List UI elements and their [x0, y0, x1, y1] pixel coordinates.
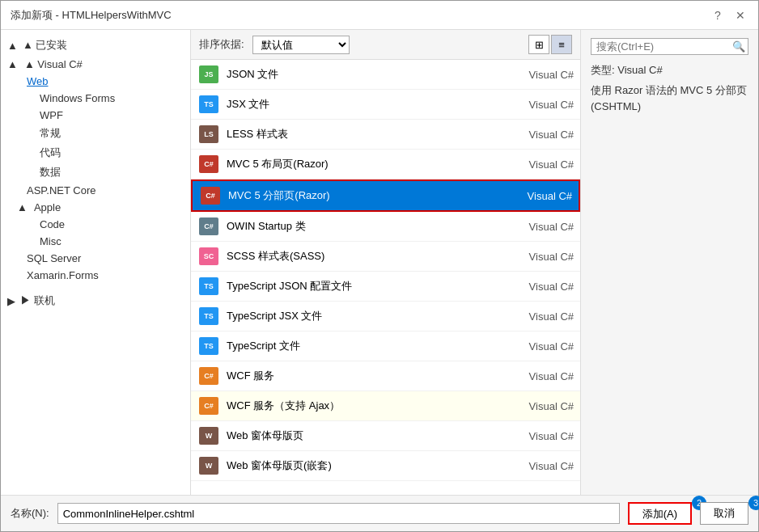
item-icon: LS — [197, 123, 220, 146]
apple-code-node[interactable]: Code — [1, 216, 190, 233]
wpf-label: WPF — [40, 109, 63, 121]
item-name: TypeScript 文件 — [227, 339, 509, 353]
sort-label: 排序依据: — [199, 37, 244, 52]
list-item[interactable]: C# MVC 5 分部页(Razor) Visual C# — [191, 179, 580, 212]
list-item[interactable]: TS JSX 文件 Visual C# — [191, 90, 580, 120]
asp-net-core-node[interactable]: ASP.NET Core — [1, 182, 190, 199]
grid-view-button[interactable]: ⊞ — [528, 35, 549, 54]
list-item[interactable]: SC SCSS 样式表(SASS) Visual C# — [191, 242, 580, 272]
sql-label: SQL Server — [27, 252, 81, 264]
list-item[interactable]: TS TypeScript JSON 配置文件 Visual C# — [191, 272, 580, 302]
sort-select[interactable]: 默认值 — [252, 36, 350, 54]
right-panel: 🔍 类型: Visual C# 使用 Razor 语法的 MVC 5 分部页 (… — [580, 30, 758, 495]
toolbar: 排序依据: 默认值 ⊞ ≡ — [191, 30, 580, 60]
visual-csharp-node[interactable]: ▲ ▲ Visual C# — [1, 56, 190, 73]
item-icon: C# — [197, 215, 220, 238]
networking-label: ▶ 联机 — [20, 293, 55, 308]
list-item[interactable]: C# OWIN Startup 类 Visual C# — [191, 212, 580, 242]
installed-header[interactable]: ▲ ▲ 已安装 — [1, 35, 190, 56]
vcsharp-arrow: ▲ — [7, 58, 18, 70]
item-name: WCF 服务 — [227, 369, 509, 383]
installed-label: ▲ 已安装 — [23, 38, 67, 53]
item-icon: W — [197, 454, 220, 477]
apple-arrow: ▲ — [17, 201, 28, 213]
data-label: 数据 — [40, 166, 61, 178]
item-name: MVC 5 分部页(Razor) — [228, 188, 507, 203]
search-icon: 🔍 — [732, 40, 745, 53]
code-label: 代码 — [40, 146, 61, 158]
help-button[interactable]: ? — [710, 7, 726, 23]
cancel-button[interactable]: 取消 — [700, 502, 748, 525]
item-type: Visual C# — [507, 190, 572, 202]
list-item[interactable]: LS LESS 样式表 Visual C# — [191, 120, 580, 150]
list-item[interactable]: JS JSON 文件 Visual C# — [191, 60, 580, 90]
items-list: JS JSON 文件 Visual C# TS JSX 文件 Visual C#… — [191, 60, 580, 495]
item-icon: W — [197, 424, 220, 447]
middle-panel: 排序依据: 默认值 ⊞ ≡ JS JSON 文件 Visual C# TS JS… — [191, 30, 580, 495]
list-item[interactable]: W Web 窗体母版页 Visual C# — [191, 421, 580, 451]
item-type: Visual C# — [509, 251, 574, 263]
item-name: TypeScript JSX 文件 — [227, 309, 509, 323]
windows-forms-node[interactable]: Windows Forms — [1, 90, 190, 107]
list-item[interactable]: TS TypeScript JSX 文件 Visual C# — [191, 302, 580, 331]
item-type: Visual C# — [509, 69, 574, 81]
dialog-title: 添加新项 - HTMLHelpersWithMVC — [11, 8, 172, 23]
installed-arrow: ▲ — [7, 40, 18, 52]
item-type: Visual C# — [509, 430, 574, 442]
item-name: JSX 文件 — [227, 97, 509, 112]
item-type: Visual C# — [509, 370, 574, 382]
xamarin-forms-node[interactable]: Xamarin.Forms — [1, 267, 190, 284]
description: 使用 Razor 语法的 MVC 5 分部页 (CSHTML) — [591, 82, 748, 114]
sql-server-node[interactable]: SQL Server — [1, 250, 190, 267]
item-type: Visual C# — [509, 281, 574, 293]
web-label: Web — [27, 75, 49, 87]
item-name: TypeScript JSON 配置文件 — [227, 279, 509, 293]
item-name: Web 窗体母版页(嵌套) — [227, 458, 509, 473]
common-node[interactable]: 常规 — [1, 124, 190, 143]
list-item[interactable]: C# WCF 服务 Visual C# — [191, 361, 580, 391]
item-type: Visual C# — [509, 221, 574, 233]
search-input[interactable] — [596, 40, 732, 53]
dialog: 添加新项 - HTMLHelpersWithMVC ? ✕ ▲ ▲ 已安装 ▲ … — [0, 0, 759, 532]
list-item[interactable]: C# MVC 5 布局页(Razor) Visual C# — [191, 150, 580, 179]
bottom-bar: 名称(N): 添加(A) 2 取消 3 — [1, 495, 758, 531]
asp-label: ASP.NET Core — [27, 184, 96, 196]
close-button[interactable]: ✕ — [732, 7, 748, 23]
search-box: 🔍 — [591, 38, 748, 55]
item-icon: TS — [197, 275, 220, 298]
windows-forms-label: Windows Forms — [40, 92, 115, 104]
networking-header[interactable]: ▶ ▶ 联机 — [1, 290, 190, 311]
left-panel: ▲ ▲ 已安装 ▲ ▲ Visual C# Web Windows Forms … — [1, 30, 191, 495]
apple-node[interactable]: ▲ Apple — [1, 199, 190, 216]
list-view-button[interactable]: ≡ — [551, 35, 572, 54]
item-type: Visual C# — [509, 158, 574, 171]
apple-misc-node[interactable]: Misc — [1, 233, 190, 250]
name-label: 名称(N): — [11, 506, 49, 521]
list-item[interactable]: TS TypeScript 文件 Visual C# — [191, 331, 580, 361]
name-input[interactable] — [57, 503, 620, 524]
cancel-button-wrapper: 取消 3 — [700, 502, 748, 525]
item-icon: C# — [197, 395, 220, 417]
code-node[interactable]: 代码 — [1, 143, 190, 163]
vcsharp-label: ▲ Visual C# — [24, 58, 83, 70]
item-type: Visual C# — [509, 99, 574, 111]
item-name: JSON 文件 — [227, 67, 509, 82]
add-button[interactable]: 添加(A) — [628, 502, 692, 525]
xamarin-label: Xamarin.Forms — [27, 269, 99, 281]
title-controls: ? ✕ — [710, 7, 748, 23]
add-button-wrapper: 添加(A) 2 — [628, 502, 692, 525]
networking-arrow: ▶ — [7, 295, 15, 307]
list-item[interactable]: C# WCF 服务（支持 Ajax） Visual C# — [191, 391, 580, 421]
item-icon: TS — [197, 305, 220, 327]
web-node[interactable]: Web — [1, 73, 190, 90]
item-name: MVC 5 布局页(Razor) — [227, 157, 509, 171]
wpf-node[interactable]: WPF — [1, 107, 190, 124]
apple-code-label: Code — [40, 218, 65, 230]
data-node[interactable]: 数据 — [1, 163, 190, 182]
main-content: ▲ ▲ 已安装 ▲ ▲ Visual C# Web Windows Forms … — [1, 30, 758, 495]
item-name: WCF 服务（支持 Ajax） — [227, 399, 509, 413]
item-name: SCSS 样式表(SASS) — [227, 249, 509, 264]
common-label: 常规 — [40, 127, 61, 139]
item-icon: C# — [199, 184, 222, 207]
list-item[interactable]: W Web 窗体母版页(嵌套) Visual C# — [191, 451, 580, 481]
